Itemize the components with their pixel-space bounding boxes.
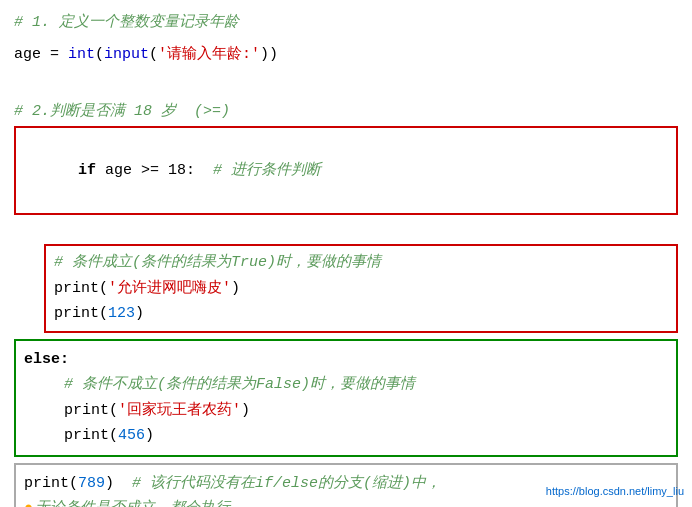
print1-close: ) <box>231 276 240 302</box>
else-keyword: else: <box>24 347 69 373</box>
if-inline-comment: # 进行条件判断 <box>213 162 321 179</box>
closing-parens: )) <box>260 42 278 68</box>
print4-number: 456 <box>118 423 145 449</box>
comment2-text: # 2.判断是否满 18 岁 (>=) <box>14 99 230 125</box>
print3-string: '回家玩王者农药' <box>118 398 241 424</box>
if-body-comment-text: # 条件成立(条件的结果为True)时，要做的事情 <box>54 250 381 276</box>
if-print1: print('允许进网吧嗨皮') <box>54 276 668 302</box>
paren1: ( <box>95 42 104 68</box>
if-body-box-wrapper: # 条件成立(条件的结果为True)时，要做的事情 print('允许进网吧嗨皮… <box>44 244 678 333</box>
print5-func: print( <box>24 471 78 497</box>
if-keyword: if <box>78 162 96 179</box>
blank-line-1 <box>14 73 678 99</box>
print1-func: print( <box>54 276 108 302</box>
input-func: input <box>104 42 149 68</box>
print5-close: ) <box>105 471 132 497</box>
else-print4: print(456) <box>24 423 668 449</box>
else-block: else: # 条件不成立(条件的结果为False)时，要做的事情 print(… <box>14 339 678 457</box>
print1-string: '允许进网吧嗨皮' <box>108 276 231 302</box>
bullet-icon: ● <box>24 496 33 507</box>
print4-func: print( <box>64 423 118 449</box>
line-comment1: # 1. 定义一个整数变量记录年龄 <box>14 10 678 36</box>
print2-number: 123 <box>108 301 135 327</box>
print2-func: print( <box>54 301 108 327</box>
if-condition-box: if age >= 18: # 进行条件判断 <box>14 126 678 215</box>
line-comment2: # 2.判断是否满 18 岁 (>=) <box>14 99 678 125</box>
bottom-comment2: 无论条件是否成立，都会执行 <box>35 496 230 507</box>
else-comment: # 条件不成立(条件的结果为False)时，要做的事情 <box>24 372 668 398</box>
paren2: ( <box>149 42 158 68</box>
else-comment-text: # 条件不成立(条件的结果为False)时，要做的事情 <box>64 372 415 398</box>
code-display: # 1. 定义一个整数变量记录年龄 age = int(input('请输入年龄… <box>0 0 692 507</box>
age-var: age = <box>14 42 68 68</box>
if-body-box: # 条件成立(条件的结果为True)时，要做的事情 print('允许进网吧嗨皮… <box>44 244 678 333</box>
print3-close: ) <box>241 398 250 424</box>
print3-func: print( <box>64 398 118 424</box>
print2-close: ) <box>135 301 144 327</box>
line-age-assignment: age = int(input('请输入年龄:')) <box>14 42 678 68</box>
bottom-comment1: # 该行代码没有在if/else的分支(缩进)中， <box>132 471 441 497</box>
int-func: int <box>68 42 95 68</box>
print4-close: ) <box>145 423 154 449</box>
if-condition-text: age >= 18: <box>96 162 213 179</box>
blank-line-2 <box>14 217 678 243</box>
else-line: else: <box>24 347 668 373</box>
print5-number: 789 <box>78 471 105 497</box>
if-body-comment: # 条件成立(条件的结果为True)时，要做的事情 <box>54 250 668 276</box>
comment1-text: # 1. 定义一个整数变量记录年龄 <box>14 10 239 36</box>
else-print3: print('回家玩王者农药') <box>24 398 668 424</box>
watermark-text: https://blog.csdn.net/limy_liu <box>546 482 684 501</box>
prompt-string: '请输入年龄:' <box>158 42 260 68</box>
if-print2: print(123) <box>54 301 668 327</box>
if-line: if age >= 18: # 进行条件判断 <box>14 124 678 217</box>
